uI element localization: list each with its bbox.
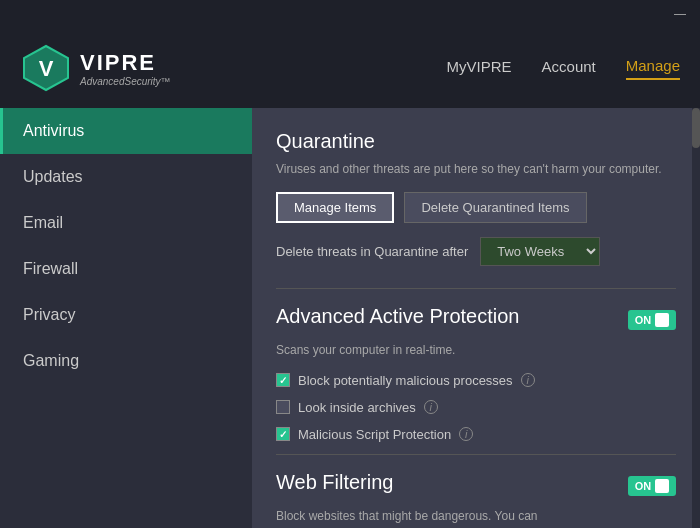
web-filtering-toggle[interactable]: ON [628,476,676,496]
web-filtering-toggle-knob [655,479,669,493]
checkbox-archives[interactable] [276,400,290,414]
top-nav: MyVIPRE Account Manage [447,57,680,80]
minimize-button[interactable]: — [668,5,692,23]
checkbox-row-archives: Look inside archives i [276,400,676,415]
checkbox-label-archives: Look inside archives [298,400,416,415]
info-icon-archives[interactable]: i [424,400,438,414]
logo-text: VIPRE AdvancedSecurity™ [80,50,171,87]
main-layout: Antivirus Updates Email Firewall Privacy… [0,108,700,528]
advanced-protection-title: Advanced Active Protection [276,305,519,328]
vipre-brand-name: VIPRE [80,50,171,76]
advanced-protection-header-row: Advanced Active Protection ON [276,305,676,336]
titlebar: — [0,0,700,28]
sidebar-item-antivirus[interactable]: Antivirus [0,108,252,154]
delete-after-row: Delete threats in Quarantine after Two W… [276,237,676,266]
sidebar-item-email[interactable]: Email [0,200,252,246]
sidebar-item-updates[interactable]: Updates [0,154,252,200]
toggle-knob [655,313,669,327]
info-icon-script-protection[interactable]: i [459,427,473,441]
checkmark-script: ✓ [279,429,287,440]
sidebar-item-gaming[interactable]: Gaming [0,338,252,384]
nav-account[interactable]: Account [542,58,596,79]
svg-text:V: V [39,56,54,81]
advanced-protection-section: Advanced Active Protection ON Scans your… [276,305,676,442]
section-divider-1 [276,288,676,289]
scrollbar-thumb[interactable] [692,108,700,148]
checkbox-label-script-protection: Malicious Script Protection [298,427,451,442]
quarantine-section: Quarantine Viruses and other threats are… [276,130,676,266]
checkbox-malicious-processes[interactable]: ✓ [276,373,290,387]
delete-quarantined-button[interactable]: Delete Quarantined Items [404,192,586,223]
quarantine-button-row: Manage Items Delete Quarantined Items [276,192,676,223]
web-filtering-title: Web Filtering [276,471,393,494]
checkbox-script-protection[interactable]: ✓ [276,427,290,441]
section-divider-2 [276,454,676,455]
content-area: Quarantine Viruses and other threats are… [252,108,700,528]
toggle-on-label: ON [635,314,652,326]
scrollbar-track[interactable] [692,108,700,528]
sidebar-item-privacy[interactable]: Privacy [0,292,252,338]
vipre-logo-icon: V [20,42,72,94]
web-filtering-toggle-label: ON [635,480,652,492]
app-header: V VIPRE AdvancedSecurity™ MyVIPRE Accoun… [0,28,700,108]
logo-area: V VIPRE AdvancedSecurity™ [20,42,447,94]
sidebar: Antivirus Updates Email Firewall Privacy… [0,108,252,528]
quarantine-title: Quarantine [276,130,676,153]
checkbox-row-malicious-processes: ✓ Block potentially malicious processes … [276,373,676,388]
checkmark-malicious: ✓ [279,375,287,386]
advanced-protection-toggle[interactable]: ON [628,310,676,330]
quarantine-description: Viruses and other threats are put here s… [276,161,676,178]
nav-myvipre[interactable]: MyVIPRE [447,58,512,79]
web-filtering-description: Block websites that might be dangerous. … [276,508,676,525]
vipre-subtitle: AdvancedSecurity™ [80,76,171,87]
web-filtering-section: Web Filtering ON Block websites that mig… [276,471,676,525]
web-filtering-header-row: Web Filtering ON [276,471,676,502]
manage-items-button[interactable]: Manage Items [276,192,394,223]
delete-after-label: Delete threats in Quarantine after [276,244,468,259]
nav-manage[interactable]: Manage [626,57,680,80]
advanced-protection-description: Scans your computer in real-time. [276,342,676,359]
checkbox-row-script-protection: ✓ Malicious Script Protection i [276,427,676,442]
checkbox-label-malicious-processes: Block potentially malicious processes [298,373,513,388]
sidebar-item-firewall[interactable]: Firewall [0,246,252,292]
info-icon-malicious-processes[interactable]: i [521,373,535,387]
delete-after-select[interactable]: Two Weeks One Week One Month Never [480,237,600,266]
